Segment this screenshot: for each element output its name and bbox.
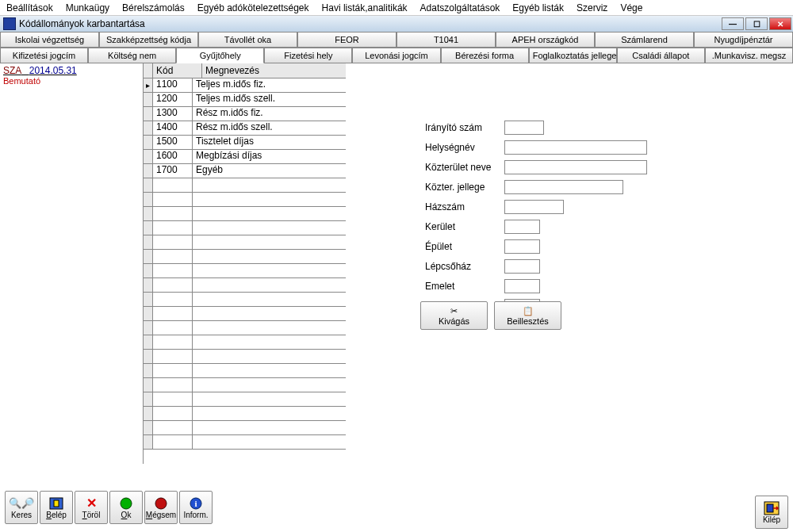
cell-kod[interactable]: 1700 bbox=[153, 164, 193, 178]
cell-kod[interactable] bbox=[153, 193, 193, 206]
input-plet[interactable] bbox=[504, 239, 540, 254]
menu-item-munkagy[interactable]: Munkaügy bbox=[59, 1, 116, 15]
table-row-empty[interactable] bbox=[144, 364, 346, 378]
cell-meg[interactable]: Teljes m.idős fiz. bbox=[193, 78, 346, 92]
cell-kod[interactable] bbox=[153, 435, 193, 449]
table-row-empty[interactable] bbox=[144, 293, 346, 307]
table-row-empty[interactable] bbox=[144, 350, 346, 364]
minimize-button[interactable]: — bbox=[722, 17, 744, 30]
date-link[interactable]: 2014.05.31 bbox=[29, 65, 77, 76]
cell-meg[interactable] bbox=[193, 207, 346, 220]
menu-item-havilistkanalitikk[interactable]: Havi listák,analitikák bbox=[316, 1, 414, 15]
grid-header-meg[interactable]: Megnevezés bbox=[202, 63, 346, 78]
grid-header-kod[interactable]: Kód bbox=[153, 63, 202, 78]
table-row-empty[interactable] bbox=[144, 178, 346, 193]
input-emelet[interactable] bbox=[504, 279, 540, 293]
cell-meg[interactable] bbox=[193, 293, 346, 306]
input-irnytszm[interactable] bbox=[504, 121, 544, 135]
tab-brezsiforma[interactable]: Bérezési forma bbox=[441, 48, 529, 63]
table-row-empty[interactable] bbox=[144, 307, 346, 321]
input-hzszm[interactable] bbox=[504, 200, 564, 214]
cut-button[interactable]: ✂ Kivágás bbox=[420, 301, 488, 330]
table-row-empty[interactable] bbox=[144, 435, 346, 450]
table-row-empty[interactable] bbox=[144, 278, 346, 293]
tab-munkaviszmegsz[interactable]: .Munkavisz. megsz bbox=[705, 48, 793, 63]
cell-kod[interactable] bbox=[153, 278, 193, 292]
cell-kod[interactable] bbox=[153, 307, 193, 320]
tab-kltsgnem[interactable]: Költség nem bbox=[88, 48, 176, 63]
cell-meg[interactable]: Rész m.idős fiz. bbox=[193, 107, 346, 121]
cell-meg[interactable] bbox=[193, 221, 346, 235]
input-kerlet[interactable] bbox=[504, 220, 540, 234]
cell-kod[interactable] bbox=[153, 378, 193, 392]
inform-button[interactable]: iInform. bbox=[179, 491, 213, 524]
table-row-empty[interactable] bbox=[144, 421, 346, 435]
tab-gyjthely[interactable]: Gyűjtőhely bbox=[176, 48, 264, 63]
table-row-empty[interactable] bbox=[144, 264, 346, 278]
table-row-empty[interactable] bbox=[144, 378, 346, 392]
tab-csaldillapot[interactable]: Családi állapot bbox=[617, 48, 705, 63]
cell-kod[interactable] bbox=[153, 321, 193, 335]
cell-meg[interactable] bbox=[193, 193, 346, 206]
table-row-empty[interactable] bbox=[144, 235, 346, 250]
tab-szakkpzettsgkdja[interactable]: Szakképzettség kódja bbox=[99, 32, 198, 48]
menu-item-brelszmols[interactable]: Bérelszámolás bbox=[116, 1, 191, 15]
cell-meg[interactable] bbox=[193, 307, 346, 320]
menu-item-szerviz[interactable]: Szerviz bbox=[570, 1, 614, 15]
table-row-empty[interactable] bbox=[144, 335, 346, 350]
menu-item-adatszolgltatsok[interactable]: Adatszolgáltatások bbox=[414, 1, 507, 15]
tab-nyugdjpnztr[interactable]: Nyugdíjpénztár bbox=[694, 32, 793, 48]
torol-button[interactable]: ✕Töröl bbox=[75, 491, 108, 524]
paste-button[interactable]: 📋 Beillesztés bbox=[494, 301, 561, 330]
table-row[interactable]: 1500Tisztelet díjas bbox=[144, 136, 346, 150]
cell-meg[interactable] bbox=[193, 335, 346, 349]
input-kzterletneve[interactable] bbox=[504, 160, 647, 174]
cell-meg[interactable] bbox=[193, 350, 346, 363]
tab-levonsijogcm[interactable]: Levonási jogcím bbox=[352, 48, 440, 63]
cell-kod[interactable]: 1200 bbox=[153, 93, 193, 106]
cell-meg[interactable] bbox=[193, 421, 346, 434]
cell-kod[interactable] bbox=[153, 235, 193, 249]
tab-feor[interactable]: FEOR bbox=[297, 32, 396, 48]
cell-kod[interactable] bbox=[153, 293, 193, 306]
table-row[interactable]: ▸1100Teljes m.idős fiz. bbox=[144, 78, 346, 93]
cell-kod[interactable] bbox=[153, 264, 193, 277]
tab-fizetsihely[interactable]: Fizetési hely bbox=[264, 48, 352, 63]
menu-item-belltsok[interactable]: Beállítások bbox=[0, 1, 59, 15]
input-lpcshz[interactable] bbox=[504, 259, 540, 274]
close-button[interactable]: ✕ bbox=[769, 17, 791, 30]
cell-meg[interactable]: Egyéb bbox=[193, 164, 346, 178]
cell-kod[interactable] bbox=[153, 250, 193, 263]
cell-meg[interactable]: Megbízási díjas bbox=[193, 150, 346, 163]
input-helysgnv[interactable] bbox=[504, 140, 647, 155]
cell-kod[interactable]: 1300 bbox=[153, 107, 193, 121]
cell-kod[interactable] bbox=[153, 421, 193, 434]
belep-button[interactable]: Belép bbox=[40, 491, 73, 524]
cell-meg[interactable] bbox=[193, 321, 346, 335]
cell-kod[interactable] bbox=[153, 407, 193, 420]
table-row-empty[interactable] bbox=[144, 250, 346, 264]
exit-button[interactable]: Kilép bbox=[755, 496, 788, 529]
tab-iskolaivgzettsg[interactable]: Iskolai végzettség bbox=[0, 32, 99, 48]
keres-button[interactable]: 🔍🔎Keres bbox=[5, 491, 38, 524]
table-row-empty[interactable] bbox=[144, 221, 346, 235]
table-row[interactable]: 1600Megbízási díjas bbox=[144, 150, 346, 164]
cell-meg[interactable]: Rész m.idős szell. bbox=[193, 121, 346, 135]
table-row-empty[interactable] bbox=[144, 407, 346, 421]
cell-kod[interactable]: 1500 bbox=[153, 136, 193, 149]
cell-kod[interactable] bbox=[153, 392, 193, 406]
cell-meg[interactable] bbox=[193, 235, 346, 249]
tab-apehorszgkd[interactable]: APEH országkód bbox=[496, 32, 595, 48]
table-row-empty[interactable] bbox=[144, 193, 346, 207]
maximize-button[interactable]: ☐ bbox=[745, 17, 768, 30]
menu-item-egyblistk[interactable]: Egyéb listák bbox=[506, 1, 570, 15]
menu-item-vge[interactable]: Vége bbox=[614, 1, 649, 15]
megsem-button[interactable]: Mégsem bbox=[144, 491, 178, 524]
tab-tvolltoka[interactable]: Távollét oka bbox=[198, 32, 297, 48]
cell-kod[interactable] bbox=[153, 335, 193, 349]
menu-item-egybadktelezettsgek[interactable]: Egyéb adókötelezettségek bbox=[191, 1, 316, 15]
tab-kifizetsijogcm[interactable]: Kifizetési jogcím bbox=[0, 48, 88, 63]
table-row[interactable]: 1400Rész m.idős szell. bbox=[144, 121, 346, 136]
ok-button[interactable]: Ok bbox=[109, 491, 143, 524]
cell-meg[interactable]: Teljes m.idős szell. bbox=[193, 93, 346, 106]
